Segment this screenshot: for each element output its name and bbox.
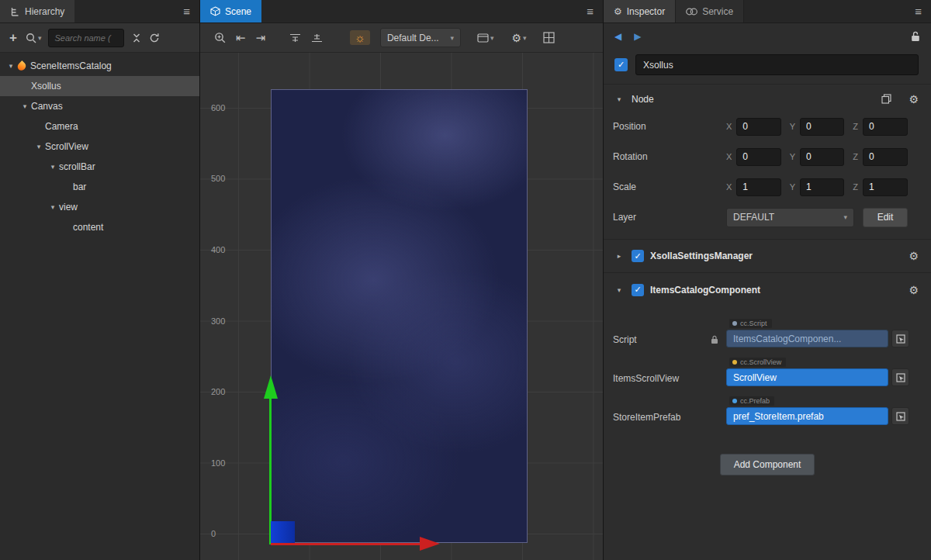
gizmo-light-toggle[interactable]: ☼ [350, 30, 370, 45]
position-y-input[interactable] [800, 118, 844, 136]
tree-item-content[interactable]: content [0, 217, 199, 237]
tab-hierarchy[interactable]: Hierarchy [0, 0, 74, 22]
tree-item-label: bar [73, 181, 86, 192]
component-enabled-checkbox[interactable]: ✓ [632, 284, 644, 296]
lock-icon [911, 31, 920, 42]
asset-picker-icon [896, 334, 905, 344]
align-bottom-button[interactable] [311, 33, 323, 43]
scene-gear-icon: ⚙ [511, 32, 521, 44]
items-scrollview-field[interactable]: ScrollView [726, 368, 888, 386]
scale-row: Scale X Y Z [604, 175, 931, 199]
items-scrollview-label: ItemsScrollView [613, 373, 679, 384]
store-item-prefab-field[interactable]: pref_StoreItem.prefab [726, 407, 888, 425]
ruler-label: 100 [211, 458, 225, 468]
tree-item-scrollbar[interactable]: ▾ scrollBar [0, 157, 199, 177]
component-settings-icon[interactable]: ⚙ [909, 250, 919, 262]
component-expand-icon[interactable]: ▸ [613, 252, 625, 260]
layer-dropdown[interactable]: DEFAULT ▾ [726, 208, 854, 227]
history-forward-button[interactable]: ▶ [634, 31, 641, 42]
lock-inspector-button[interactable] [911, 31, 920, 42]
asset-type-tag: cc.ScrollView [729, 358, 786, 367]
script-asset-field[interactable]: ItemsCatalogComponen... [726, 330, 888, 347]
position-x-input[interactable] [736, 118, 780, 136]
history-back-button[interactable]: ◀ [614, 31, 621, 42]
tree-item-bar[interactable]: bar [0, 177, 199, 197]
expand-icon[interactable]: ▾ [33, 143, 45, 150]
expand-icon[interactable]: ▾ [47, 163, 59, 171]
ruler-label: 400 [211, 245, 225, 254]
component-enabled-checkbox[interactable]: ✓ [632, 250, 644, 262]
gizmo-origin-handle[interactable] [271, 521, 295, 543]
tab-scene[interactable]: Scene [200, 0, 261, 22]
gizmo-x-axis[interactable] [271, 543, 420, 545]
rotation-x-input[interactable] [736, 148, 780, 166]
scale-label: Scale [613, 181, 726, 192]
scale-x-input[interactable] [736, 178, 780, 196]
check-icon: ✓ [618, 60, 625, 69]
node-settings-icon[interactable]: ⚙ [909, 93, 919, 105]
settings-caret-icon: ▾ [523, 34, 527, 42]
component-xsolla-settings-manager[interactable]: ▸ ✓ XsollaSettingsManager ⚙ [604, 240, 931, 273]
script-picker-button[interactable] [891, 330, 909, 347]
component-expand-icon[interactable]: ▾ [613, 286, 625, 294]
scrollview-picker-button[interactable] [891, 368, 909, 386]
component-title: XsollaSettingsManager [650, 251, 753, 261]
align-bottom-icon [311, 33, 323, 43]
frame-left-button[interactable]: ⇤ [236, 31, 246, 45]
tree-item-view[interactable]: ▾ view [0, 197, 199, 217]
node-section-header[interactable]: ▾ Node ⚙ [604, 85, 931, 113]
prefab-picker-button[interactable] [891, 407, 909, 425]
items-scrollview-value: ScrollView [733, 372, 777, 383]
tab-inspector[interactable]: ⚙ Inspector [604, 0, 675, 22]
zoom-icon [214, 32, 226, 43]
view-mode-button[interactable]: ▾ [477, 33, 494, 43]
tree-item-camera[interactable]: Camera [0, 116, 199, 137]
expand-icon[interactable]: ▾ [19, 102, 31, 110]
align-top-button[interactable] [289, 33, 301, 43]
resolution-dropdown[interactable]: Default De... ▾ [380, 28, 461, 47]
inspector-header: ⚙ Inspector Service ≡ [604, 0, 931, 23]
resolution-value: Default De... [387, 33, 439, 43]
scene-menu-icon[interactable]: ≡ [577, 0, 603, 22]
script-lock-icon [711, 335, 718, 344]
position-z-input[interactable] [863, 118, 908, 136]
expand-icon[interactable]: ▾ [5, 62, 17, 70]
frame-right-button[interactable]: ⇥ [256, 31, 266, 45]
tab-service[interactable]: Service [675, 0, 744, 22]
tree-item-label: view [59, 202, 78, 213]
node-expand-icon[interactable]: ▾ [613, 95, 625, 103]
hierarchy-menu-icon[interactable]: ≡ [174, 0, 199, 22]
inspector-nav: ◀ ▶ [604, 23, 931, 50]
node-active-checkbox[interactable]: ✓ [614, 58, 628, 71]
asset-type-label: cc.Prefab [740, 397, 770, 405]
collapse-all-button[interactable] [131, 33, 142, 43]
search-input[interactable] [48, 29, 124, 47]
tree-item-xsollus[interactable]: Xsollus [0, 76, 199, 96]
inspector-menu-icon[interactable]: ≡ [905, 0, 931, 22]
scale-z-input[interactable] [863, 178, 908, 196]
component-items-catalog[interactable]: ▾ ✓ ItemsCatalogComponent ⚙ [604, 273, 931, 306]
layer-edit-button[interactable]: Edit [863, 208, 908, 227]
rotation-z-input[interactable] [863, 148, 908, 166]
items-catalog-props: Script cc.Script ItemsCatalogComponen... [604, 306, 931, 437]
add-component-button[interactable]: Add Component [720, 454, 815, 475]
node-name-input[interactable] [635, 54, 919, 75]
grid-toggle-button[interactable] [543, 32, 555, 43]
expand-icon[interactable]: ▾ [47, 203, 59, 211]
scene-settings-button[interactable]: ⚙ ▾ [511, 32, 526, 44]
node-paste-button[interactable] [881, 94, 891, 104]
scale-y-input[interactable] [800, 178, 844, 196]
tree-item-scrollview[interactable]: ▾ ScrollView [0, 137, 199, 157]
refresh-button[interactable] [149, 33, 160, 43]
zoom-region-button[interactable] [214, 32, 226, 43]
inspector-tab-gear-icon: ⚙ [614, 6, 622, 17]
tree-item-sceneitemscatalog[interactable]: ▾ SceneItemsCatalog [0, 56, 199, 76]
tree-item-canvas[interactable]: ▾ Canvas [0, 96, 199, 116]
component-settings-icon[interactable]: ⚙ [909, 284, 919, 296]
scene-viewport[interactable]: 600 500 400 300 200 100 0 [200, 53, 603, 560]
node-name-row: ✓ [604, 50, 931, 85]
search-type-button[interactable]: ▾ [26, 33, 42, 43]
create-node-button[interactable]: + [8, 30, 19, 46]
check-icon: ✓ [634, 285, 641, 294]
rotation-y-input[interactable] [800, 148, 844, 166]
